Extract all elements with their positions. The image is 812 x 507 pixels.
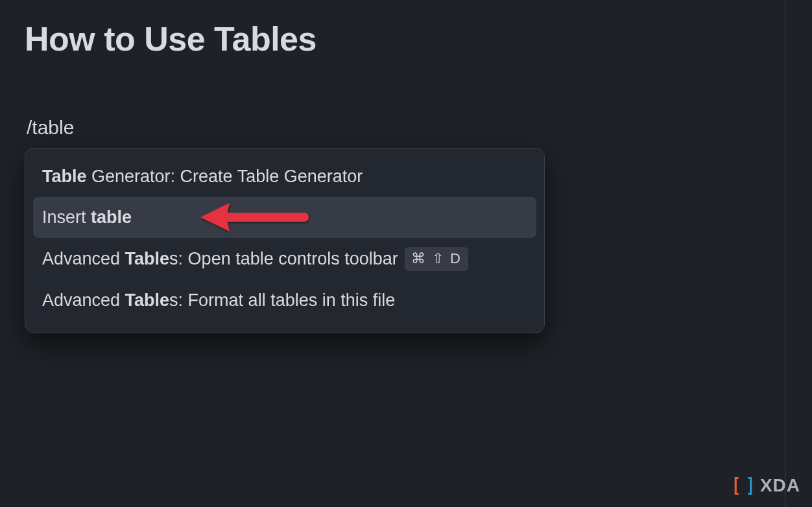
command-item-advanced-toolbar[interactable]: Advanced Tables: Open table controls too… <box>25 238 544 280</box>
command-label: Advanced Tables: Open table controls too… <box>42 248 398 270</box>
command-palette: Table Generator: Create Table Generator … <box>25 148 545 333</box>
page-title: How to Use Tables <box>25 19 760 58</box>
command-item-advanced-format[interactable]: Advanced Tables: Format all tables in th… <box>25 280 544 321</box>
slash-command-input[interactable]: /table <box>27 117 760 139</box>
keyboard-shortcut-badge: ⌘ ⇧ D <box>405 247 468 271</box>
watermark-bracket-right-icon: ] <box>746 474 755 497</box>
xda-watermark: [ ] XDA <box>730 474 800 497</box>
command-item-insert-table[interactable]: Insert table <box>33 197 536 238</box>
watermark-text: XDA <box>760 475 800 496</box>
command-label: Table Generator: Create Table Generator <box>42 165 363 188</box>
command-item-table-generator[interactable]: Table Generator: Create Table Generator <box>25 156 544 197</box>
command-label: Insert table <box>42 206 132 229</box>
command-label: Advanced Tables: Format all tables in th… <box>42 289 395 312</box>
watermark-bracket-left-icon: [ <box>732 474 741 497</box>
pane-divider[interactable] <box>785 0 785 507</box>
editor-pane: How to Use Tables /table Table Generator… <box>0 0 785 507</box>
